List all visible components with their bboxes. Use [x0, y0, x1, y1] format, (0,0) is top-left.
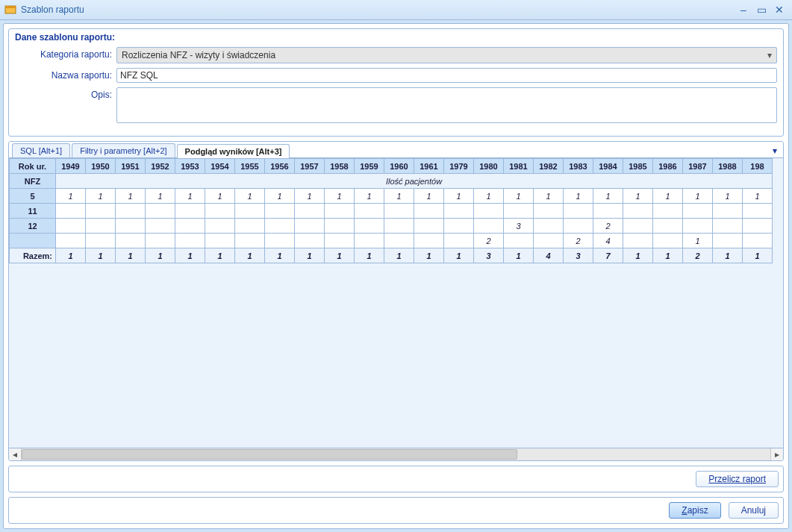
scroll-track[interactable] [22, 448, 770, 460]
col-header-1960: 1960 [384, 159, 414, 174]
cell-3-11 [384, 234, 414, 248]
close-button[interactable]: ✕ [771, 4, 788, 16]
col-header-1958: 1958 [325, 159, 355, 174]
horizontal-scrollbar[interactable]: ◂ ▸ [9, 448, 783, 460]
cell-0-14: 1 [474, 189, 504, 204]
save-button[interactable]: Zapisz [669, 502, 720, 519]
total-cell-9: 1 [325, 248, 355, 263]
cell-1-9 [325, 204, 355, 219]
cell-0-1: 1 [86, 189, 116, 204]
scroll-right-button[interactable]: ▸ [770, 448, 783, 460]
cell-1-14 [474, 204, 504, 219]
total-cell-4: 1 [175, 248, 205, 263]
col-header-1952: 1952 [146, 159, 175, 174]
col-header-1959: 1959 [355, 159, 384, 174]
col-header-1954: 1954 [205, 159, 235, 174]
col-header-rowhdr: Rok ur. [10, 159, 56, 174]
cell-1-13 [444, 204, 474, 219]
recalculate-button[interactable]: Przelicz raport [696, 471, 779, 487]
total-cell-14: 3 [474, 248, 504, 263]
cell-0-5: 1 [205, 189, 235, 204]
cell-1-22 [713, 204, 743, 219]
cell-2-14 [474, 219, 504, 234]
row-header-5: 5 [10, 189, 56, 204]
total-cell-0: 1 [56, 248, 86, 263]
cell-0-2: 1 [116, 189, 146, 204]
cell-1-19 [623, 204, 653, 219]
scroll-left-button[interactable]: ◂ [9, 448, 22, 460]
cell-2-7 [265, 219, 295, 234]
cell-3-7 [265, 234, 295, 248]
cancel-button[interactable]: Anuluj [729, 502, 779, 519]
scroll-thumb[interactable] [22, 449, 517, 460]
app-icon [4, 4, 16, 16]
cell-3-19 [623, 234, 653, 248]
cell-1-2 [116, 204, 146, 219]
col-header-198: 198 [743, 159, 773, 174]
minimize-button[interactable]: – [735, 4, 752, 16]
cell-0-20: 1 [653, 189, 683, 204]
table-row: 11 [10, 204, 773, 219]
cell-2-11 [384, 219, 414, 234]
cell-3-22 [713, 234, 743, 248]
tab-2[interactable]: Podgląd wyników [Alt+3] [177, 144, 290, 158]
window: Szablon raportu – ▭ ✕ Dane szablonu rapo… [0, 0, 792, 532]
cell-0-21: 1 [683, 189, 713, 204]
cell-3-4 [175, 234, 205, 248]
cell-3-0 [56, 234, 86, 248]
cell-2-22 [713, 219, 743, 234]
total-cell-13: 1 [444, 248, 474, 263]
report-name-input[interactable] [116, 68, 777, 83]
cell-1-18 [593, 204, 623, 219]
cell-0-19: 1 [623, 189, 653, 204]
col-header-1957: 1957 [295, 159, 325, 174]
cell-3-15 [504, 234, 534, 248]
col-header-1987: 1987 [683, 159, 713, 174]
category-combo[interactable]: Rozliczenia NFZ - wizyty i świadczenia ▾ [116, 47, 777, 63]
total-cell-6: 1 [235, 248, 265, 263]
cell-2-5 [205, 219, 235, 234]
cell-2-19 [623, 219, 653, 234]
panel-title: Dane szablonu raportu: [15, 32, 777, 43]
cell-1-23 [743, 204, 773, 219]
label-name: Nazwa raportu: [15, 68, 116, 81]
total-cell-2: 1 [116, 248, 146, 263]
cell-2-21 [683, 219, 713, 234]
total-cell-8: 1 [295, 248, 325, 263]
col-header-1961: 1961 [414, 159, 444, 174]
total-cell-20: 1 [653, 248, 683, 263]
cell-2-16 [534, 219, 564, 234]
tab-1[interactable]: Filtry i parametry [Alt+2] [72, 143, 175, 157]
description-textarea[interactable] [116, 87, 777, 123]
cell-0-3: 1 [146, 189, 175, 204]
cell-3-6 [235, 234, 265, 248]
maximize-button[interactable]: ▭ [753, 4, 770, 16]
col-header-1982: 1982 [534, 159, 564, 174]
chevron-down-icon: ▾ [763, 50, 776, 60]
cell-1-7 [265, 204, 295, 219]
tab-0[interactable]: SQL [Alt+1] [12, 143, 70, 157]
template-data-panel: Dane szablonu raportu: Kategoria raportu… [8, 28, 784, 137]
col-header-1955: 1955 [235, 159, 265, 174]
col-header-1984: 1984 [593, 159, 623, 174]
cell-2-0 [56, 219, 86, 234]
row-header-11: 11 [10, 204, 56, 219]
row-name: Nazwa raportu: [15, 68, 777, 83]
total-cell-17: 3 [564, 248, 593, 263]
cell-3-8 [295, 234, 325, 248]
cell-2-23 [743, 219, 773, 234]
tab-overflow-button[interactable]: ▾ [770, 144, 780, 157]
cell-1-4 [175, 204, 205, 219]
cell-3-16 [534, 234, 564, 248]
cell-3-1 [86, 234, 116, 248]
cell-0-22: 1 [713, 189, 743, 204]
total-cell-23: 1 [743, 248, 773, 263]
cell-3-20 [653, 234, 683, 248]
cell-1-11 [384, 204, 414, 219]
col-header-1988: 1988 [713, 159, 743, 174]
cell-1-10 [355, 204, 384, 219]
label-category: Kategoria raportu: [15, 47, 116, 60]
table-row: 2241 [10, 234, 773, 248]
cell-3-14: 2 [474, 234, 504, 248]
cell-1-8 [295, 204, 325, 219]
